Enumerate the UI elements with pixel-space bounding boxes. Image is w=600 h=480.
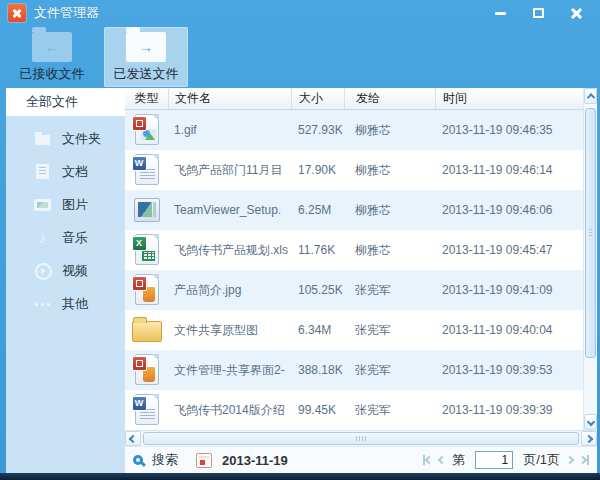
file-recipient: 柳雅芯	[344, 202, 435, 219]
folder-file-icon	[130, 313, 164, 347]
vertical-scroll-thumb[interactable]	[585, 108, 596, 358]
file-size: 6.34M	[291, 323, 344, 337]
scroll-up-button[interactable]	[584, 88, 597, 104]
table-row[interactable]: 文件管理-共享界面2- 388.18K 张宪军 2013-11-19 09:39…	[125, 350, 583, 390]
vertical-scroll-track[interactable]	[584, 104, 597, 414]
video-icon	[34, 262, 51, 279]
file-recipient: 柳雅芯	[344, 162, 435, 179]
received-files-tab[interactable]: ← 已接收文件	[10, 27, 94, 87]
file-time: 2013-11-19 09:46:14	[435, 163, 583, 177]
table-row[interactable]: 1.gif 527.93K 柳雅芯 2013-11-19 09:46:35	[125, 110, 583, 150]
table-row[interactable]: TeamViewer_Setup. 6.25M 柳雅芯 2013-11-19 0…	[125, 190, 583, 230]
column-header-time[interactable]: 时间	[435, 88, 583, 109]
column-header-size[interactable]: 大小	[291, 88, 344, 109]
column-header-recipient[interactable]: 发给	[344, 88, 435, 109]
file-time: 2013-11-19 09:40:04	[435, 323, 583, 337]
table-row[interactable]: W 飞鸽传书2014版介绍 99.45K 张宪军 2013-11-19 09:3…	[125, 390, 583, 430]
file-size: 6.25M	[291, 203, 344, 217]
sidebar-item-music[interactable]: ♪ 音乐	[6, 221, 125, 254]
file-time: 2013-11-19 09:39:53	[435, 363, 583, 377]
sidebar-item-others[interactable]: 其他	[6, 287, 125, 320]
close-button[interactable]	[564, 3, 588, 23]
jpg-file-icon	[130, 273, 164, 307]
file-recipient: 张宪军	[344, 282, 435, 299]
page-number-input[interactable]	[475, 451, 513, 469]
sidebar: 全部文件 文件夹 文档 图片 ♪ 音乐 视频	[6, 88, 125, 473]
sidebar-item-label: 文档	[62, 163, 88, 181]
date-filter-value[interactable]: 2013-11-19	[222, 453, 288, 468]
file-table: 类型 文件名 大小 发给 时间 1.gif 527.93K 柳雅芯 2013-1…	[125, 88, 597, 430]
file-name: 飞鸽产品部门11月目	[168, 162, 291, 179]
first-page-button[interactable]	[423, 455, 432, 465]
scroll-down-button[interactable]	[584, 414, 597, 430]
sidebar-item-pictures[interactable]: 图片	[6, 188, 125, 221]
sidebar-item-all-files[interactable]: 全部文件	[6, 88, 125, 116]
sidebar-item-label: 视频	[62, 262, 88, 280]
folder-send-icon: →	[126, 32, 166, 62]
table-header: 类型 文件名 大小 发给 时间	[125, 88, 583, 110]
table-row[interactable]: X 飞鸽传书产品规划.xls 11.76K 柳雅芯 2013-11-19 09:…	[125, 230, 583, 270]
sidebar-item-label: 音乐	[62, 229, 88, 247]
status-bar: 搜索 2013-11-19 第 页/1页	[125, 446, 597, 473]
file-name: 飞鸽传书产品规划.xls	[168, 242, 291, 259]
main-panel: 类型 文件名 大小 发给 时间 1.gif 527.93K 柳雅芯 2013-1…	[125, 88, 597, 473]
file-time: 2013-11-19 09:39:39	[435, 403, 583, 417]
pagination: 第 页/1页	[423, 451, 589, 469]
file-size: 17.90K	[291, 163, 344, 177]
file-size: 105.25K	[291, 283, 344, 297]
column-header-filename[interactable]: 文件名	[168, 88, 291, 109]
file-recipient: 张宪军	[344, 322, 435, 339]
file-name: 文件管理-共享界面2-	[168, 362, 291, 379]
column-header-type[interactable]: 类型	[125, 88, 168, 109]
horizontal-scrollbar[interactable]	[125, 430, 597, 446]
magnifier-icon[interactable]	[133, 455, 143, 465]
horizontal-scroll-track[interactable]	[141, 431, 581, 446]
file-name: 飞鸽传书2014版介绍	[168, 402, 291, 419]
window-bottom-border	[0, 473, 600, 480]
horizontal-scroll-thumb[interactable]	[143, 432, 579, 445]
prev-page-button[interactable]	[438, 456, 446, 464]
file-manager-window: 文件管理器 ← 已接收文件 → 已发送文件 全部文件 文件夹 文档	[0, 0, 600, 480]
sidebar-item-folders[interactable]: 文件夹	[6, 122, 125, 155]
file-time: 2013-11-19 09:46:06	[435, 203, 583, 217]
file-recipient: 张宪军	[344, 402, 435, 419]
page-prefix-label: 第	[452, 451, 465, 469]
folder-receive-icon: ←	[32, 32, 72, 62]
jpg-file-icon	[130, 353, 164, 387]
table-row[interactable]: 产品简介.jpg 105.25K 张宪军 2013-11-19 09:41:09	[125, 270, 583, 310]
excel-file-icon: X	[130, 233, 164, 267]
vertical-scrollbar[interactable]	[583, 88, 597, 430]
word-file-icon: W	[130, 393, 164, 427]
sidebar-item-documents[interactable]: 文档	[6, 155, 125, 188]
file-recipient: 张宪军	[344, 362, 435, 379]
file-name: 产品简介.jpg	[168, 282, 291, 299]
file-size: 388.18K	[291, 363, 344, 377]
minimize-button[interactable]	[488, 3, 512, 23]
word-file-icon: W	[130, 153, 164, 187]
maximize-button[interactable]	[526, 3, 550, 23]
scroll-left-button[interactable]	[125, 431, 141, 446]
table-row[interactable]: W 飞鸽产品部门11月目 17.90K 柳雅芯 2013-11-19 09:46…	[125, 150, 583, 190]
file-size: 99.45K	[291, 403, 344, 417]
sidebar-item-label: 图片	[62, 196, 88, 214]
more-icon	[34, 295, 51, 312]
last-page-button[interactable]	[580, 455, 589, 465]
sidebar-item-label: 其他	[62, 295, 88, 313]
music-icon: ♪	[34, 229, 51, 246]
sent-files-label: 已发送文件	[114, 65, 179, 83]
image-file-icon	[130, 113, 164, 147]
calendar-icon[interactable]	[196, 453, 212, 468]
sidebar-item-videos[interactable]: 视频	[6, 254, 125, 287]
window-title: 文件管理器	[34, 4, 99, 22]
sent-files-tab[interactable]: → 已发送文件	[104, 27, 188, 87]
toolbar: ← 已接收文件 → 已发送文件	[10, 27, 188, 87]
received-files-label: 已接收文件	[20, 65, 85, 83]
scroll-right-button[interactable]	[581, 431, 597, 446]
search-label[interactable]: 搜索	[152, 451, 178, 469]
folder-icon	[34, 130, 51, 147]
app-file-icon	[130, 193, 164, 227]
app-logo-icon	[8, 4, 26, 22]
table-row[interactable]: 文件共享原型图 6.34M 张宪军 2013-11-19 09:40:04	[125, 310, 583, 350]
next-page-button[interactable]	[566, 456, 574, 464]
file-size: 11.76K	[291, 243, 344, 257]
